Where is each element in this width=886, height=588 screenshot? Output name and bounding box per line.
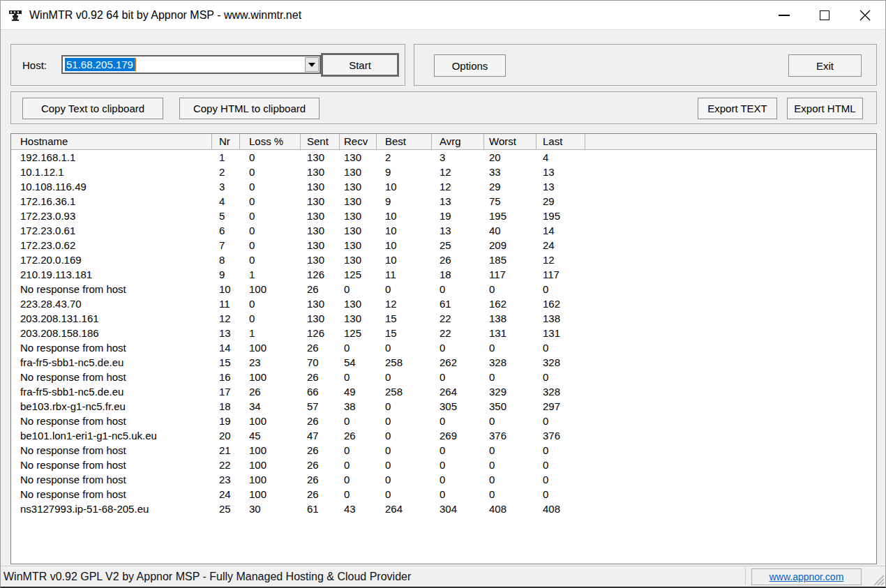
column-header-hostname[interactable]: Hostname (11, 134, 212, 149)
table-row[interactable]: 172.23.0.93501301301019195195 (11, 209, 876, 223)
cell-sent: 26 (301, 472, 340, 487)
options-button[interactable]: Options (434, 54, 506, 77)
cell-sent: 47 (301, 428, 340, 443)
cell-last: 162 (536, 296, 585, 311)
column-header-avrg[interactable]: Avrg (432, 134, 484, 149)
cell-loss: 0 (240, 311, 301, 326)
resize-grip-icon[interactable] (873, 574, 884, 585)
table-row[interactable]: ns3127993.ip-51-68-205.eu253061432643044… (11, 502, 876, 516)
column-header-nr[interactable]: Nr (212, 134, 240, 149)
table-row[interactable]: No response from host141002600000 (11, 340, 876, 355)
title-bar: WinMTR v0.92 64 bit by Appnor MSP - www.… (1, 1, 885, 30)
minimize-button[interactable] (764, 1, 804, 30)
host-combobox[interactable]: 51.68.205.179 (61, 55, 321, 74)
cell-worst: 0 (484, 414, 536, 428)
export-html-button[interactable]: Export HTML (787, 98, 863, 119)
cell-avrg: 0 (432, 282, 484, 296)
text-caret (135, 58, 136, 71)
table-row[interactable]: 223.28.43.701101301301261162162 (11, 296, 876, 311)
host-panel: Host: 51.68.205.179 Start (10, 44, 405, 86)
host-input-value[interactable]: 51.68.205.179 (65, 58, 135, 71)
exit-button[interactable]: Exit (788, 54, 862, 77)
cell-hostname: 172.23.0.62 (11, 238, 212, 252)
table-row[interactable]: 172.20.0.16980130130102618512 (11, 252, 876, 267)
cell-recv: 130 (340, 179, 377, 194)
cell-best: 9 (377, 194, 432, 209)
cell-loss: 0 (240, 179, 301, 194)
cell-recv: 0 (340, 487, 377, 502)
cell-best: 11 (377, 267, 432, 282)
cell-best: 15 (377, 326, 432, 340)
cell-avrg: 61 (432, 296, 484, 311)
table-row[interactable]: fra-fr5-sbb1-nc5.de.eu172666492582643293… (11, 384, 876, 399)
column-header-sent[interactable]: Sent (301, 134, 340, 149)
table-row[interactable]: No response from host161002600000 (11, 370, 876, 384)
host-dropdown-button[interactable] (305, 57, 319, 72)
cell-sent: 26 (301, 282, 340, 296)
table-row[interactable]: 172.23.0.616013013010134014 (11, 223, 876, 238)
table-row[interactable]: fra-fr5-sbb1-nc5.de.eu152370542582623283… (11, 355, 876, 370)
cell-avrg: 262 (432, 355, 484, 370)
cell-last: 4 (536, 150, 585, 165)
maximize-button[interactable] (804, 1, 845, 30)
column-header-recv[interactable]: Recv (340, 134, 377, 149)
cell-sent: 70 (301, 355, 340, 370)
table-row[interactable]: 10.108.116.493013013010122913 (11, 179, 876, 194)
table-row[interactable]: 210.19.113.181911261251118117117 (11, 267, 876, 282)
cell-loss: 0 (240, 296, 301, 311)
close-button[interactable] (845, 1, 885, 30)
column-header-loss[interactable]: Loss % (240, 134, 301, 149)
table-row[interactable]: No response from host211002600000 (11, 443, 876, 458)
cell-loss: 0 (240, 165, 301, 179)
table-row[interactable]: No response from host191002600000 (11, 414, 876, 428)
cell-avrg: 0 (432, 370, 484, 384)
cell-hostname: 172.23.0.93 (11, 209, 212, 223)
cell-last: 14 (536, 223, 585, 238)
cell-last: 408 (536, 502, 585, 516)
cell-loss: 100 (240, 282, 301, 296)
cell-recv: 130 (340, 252, 377, 267)
table-row[interactable]: 203.208.131.1611201301301522138138 (11, 311, 876, 326)
column-header-worst[interactable]: Worst (484, 134, 536, 149)
column-header-last[interactable]: Last (536, 134, 585, 149)
table-row[interactable]: 203.208.158.1861311261251522131131 (11, 326, 876, 340)
table-row[interactable]: be103.rbx-g1-nc5.fr.eu183457380305350297 (11, 399, 876, 414)
cell-recv: 130 (340, 296, 377, 311)
cell-avrg: 19 (432, 209, 484, 223)
cell-avrg: 0 (432, 487, 484, 502)
cell-nr: 17 (212, 384, 240, 399)
copy-text-button[interactable]: Copy Text to clipboard (22, 98, 163, 119)
cell-best: 10 (377, 179, 432, 194)
cell-best: 258 (377, 384, 432, 399)
cell-nr: 9 (212, 267, 240, 282)
export-text-button[interactable]: Export TEXT (698, 98, 777, 119)
cell-loss: 0 (240, 252, 301, 267)
table-row[interactable]: No response from host231002600000 (11, 472, 876, 487)
table-row[interactable]: 172.23.0.6270130130102520924 (11, 238, 876, 252)
cell-best: 0 (377, 443, 432, 458)
copy-html-button[interactable]: Copy HTML to clipboard (179, 98, 320, 119)
table-row[interactable]: No response from host101002600000 (11, 282, 876, 296)
cell-avrg: 269 (432, 428, 484, 443)
appnor-link[interactable]: www.appnor.com (769, 571, 844, 582)
start-button[interactable]: Start (321, 53, 399, 77)
cell-hostname: No response from host (11, 443, 212, 458)
cell-recv: 26 (340, 428, 377, 443)
table-row[interactable]: 172.16.36.1401301309137529 (11, 194, 876, 209)
table-row[interactable]: be101.lon1-eri1-g1-nc5.uk.eu204547260269… (11, 428, 876, 443)
cell-worst: 195 (484, 209, 536, 223)
cell-loss: 23 (240, 355, 301, 370)
table-row[interactable]: 192.168.1.11013013023204 (11, 150, 876, 165)
column-header-best[interactable]: Best (377, 134, 432, 149)
cell-loss: 100 (240, 370, 301, 384)
cell-hostname: 172.20.0.169 (11, 252, 212, 267)
cell-best: 0 (377, 370, 432, 384)
cell-hostname: 172.16.36.1 (11, 194, 212, 209)
table-row[interactable]: No response from host221002600000 (11, 458, 876, 472)
cell-worst: 209 (484, 238, 536, 252)
cell-recv: 54 (340, 355, 377, 370)
table-row[interactable]: No response from host241002600000 (11, 487, 876, 502)
cell-recv: 130 (340, 223, 377, 238)
cell-hostname: No response from host (11, 414, 212, 428)
table-row[interactable]: 10.1.12.1201301309123313 (11, 165, 876, 179)
